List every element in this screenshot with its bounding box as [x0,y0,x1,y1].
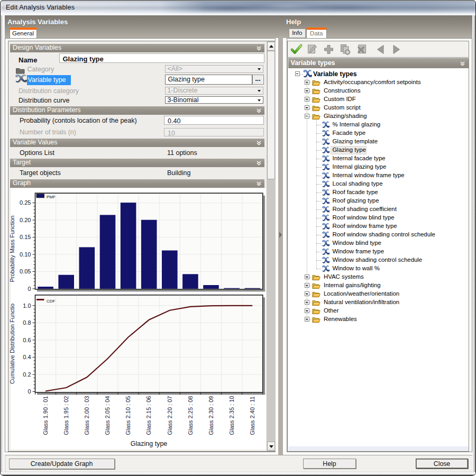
svg-text:Glass 1.90 : 01: Glass 1.90 : 01 [42,396,49,435]
svg-text:0.05: 0.05 [20,268,31,274]
svg-text:PMF: PMF [47,195,56,199]
svg-text:0.8: 0.8 [23,319,31,326]
svg-text:Probability Mass Function: Probability Mass Function [9,216,15,282]
svg-text:0.20: 0.20 [20,217,31,223]
svg-text:Glass 2.05 : 04: Glass 2.05 : 04 [104,396,111,435]
svg-text:Glass 2.20 : 07: Glass 2.20 : 07 [167,396,173,435]
svg-text:0: 0 [28,388,31,395]
svg-text:0.10: 0.10 [20,251,31,258]
svg-text:Glass 2.00 : 03: Glass 2.00 : 03 [84,396,90,435]
svg-text:CDF: CDF [47,299,56,304]
svg-text:0.6: 0.6 [23,337,31,343]
svg-text:Glazing type: Glazing type [131,440,168,447]
svg-text:0.25: 0.25 [20,199,31,206]
svg-text:Cumulative Distribution Functi: Cumulative Distribution Functio [9,304,15,384]
svg-text:0.4: 0.4 [23,354,31,360]
svg-text:Glass 2.15 : 06: Glass 2.15 : 06 [145,396,152,435]
svg-text:Glass 1.95 : 02: Glass 1.95 : 02 [63,396,69,435]
svg-text:Glass 2.35 : 10: Glass 2.35 : 10 [228,396,235,435]
svg-text:Glass 2.10 : 05: Glass 2.10 : 05 [125,396,131,435]
svg-text:Glass 2.25 : 08: Glass 2.25 : 08 [187,396,194,435]
svg-text:0: 0 [28,286,31,292]
svg-text:0.15: 0.15 [20,234,31,240]
svg-text:1.0: 1.0 [23,303,31,309]
svg-text:Glass 2.30 : 09: Glass 2.30 : 09 [208,396,214,435]
svg-text:Glass 2.40 : 11: Glass 2.40 : 11 [249,396,255,435]
svg-text:0.2: 0.2 [23,371,31,378]
